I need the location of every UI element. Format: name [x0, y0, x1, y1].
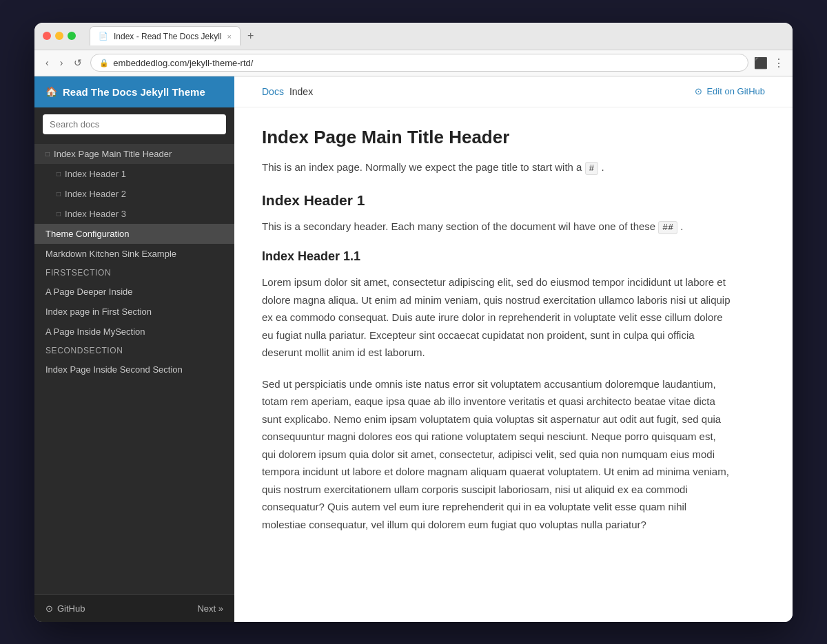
edit-github-label: Edit on GitHub [706, 86, 765, 96]
sidebar-subitem-label: Index Header 2 [65, 189, 126, 199]
sidebar-item-label: Index page in First Section [45, 307, 152, 317]
content-header: Docs Index ⊙ Edit on GitHub [234, 76, 793, 107]
browser-window: 📄 Index - Read The Docs Jekyll × + ‹ › ↺… [34, 23, 793, 622]
search-box [34, 107, 234, 141]
toolbar-icons: ⬛ ⋮ [754, 56, 784, 70]
intro-text-prefix: This is an index page. Normally we expec… [262, 161, 582, 173]
sidebar-header: 🏠 Read The Docs Jekyll Theme [34, 76, 234, 107]
home-icon: 🏠 [45, 86, 57, 97]
breadcrumb: Docs Index [262, 86, 313, 97]
section-label-second: SECONDSECTION [34, 342, 234, 360]
expand-icon: □ [57, 210, 61, 218]
sidebar-item-index-main[interactable]: □ Index Page Main Title Header [34, 144, 234, 164]
section-h2-title: Index Header 1 [262, 192, 731, 209]
intro-paragraph: This is an index page. Normally we expec… [262, 159, 731, 176]
breadcrumb-docs[interactable]: Docs [262, 86, 284, 97]
expand-icon: □ [57, 190, 61, 198]
sidebar-item-label: A Page Inside MySection [45, 326, 145, 337]
tab-label: Index - Read The Docs Jekyll [114, 32, 222, 41]
tab-favicon-icon: 📄 [99, 32, 108, 41]
url-text: embeddedlog.com/jekyll-theme-rtd/ [113, 58, 253, 68]
sidebar-item-label: Index Page Main Title Header [54, 149, 172, 159]
content-body: Index Page Main Title Header This is an … [234, 107, 758, 575]
section-desc: This is a secondary header. Each many se… [262, 218, 731, 236]
sidebar-item-label: A Page Deeper Inside [45, 287, 132, 297]
section-label-first: FIRSTSECTION [34, 264, 234, 282]
sidebar-subitem-label: Index Header 1 [65, 169, 126, 179]
sidebar-title: Read The Docs Jekyll Theme [63, 86, 205, 98]
forward-button[interactable]: › [57, 56, 66, 70]
sidebar-item-first-section[interactable]: Index page in First Section [34, 302, 234, 322]
edit-github-link[interactable]: ⊙ Edit on GitHub [695, 86, 765, 96]
tab-close-icon[interactable]: × [227, 32, 232, 41]
subsection-h3-title: Index Header 1.1 [262, 249, 731, 264]
body-paragraph-1: Lorem ipsum dolor sit amet, consectetur … [262, 273, 731, 362]
browser-tab[interactable]: 📄 Index - Read The Docs Jekyll × [90, 26, 241, 45]
sidebar-item-header3[interactable]: □ Index Header 3 [34, 204, 234, 224]
lock-icon: 🔒 [99, 59, 109, 67]
github-label: GitHub [57, 603, 85, 614]
sidebar-item-markdown[interactable]: Markdown Kitchen Sink Example [34, 244, 234, 264]
address-bar: ‹ › ↺ 🔒 embeddedlog.com/jekyll-theme-rtd… [34, 50, 793, 76]
github-link[interactable]: ⊙ GitHub [45, 603, 85, 614]
sidebar-item-label: Markdown Kitchen Sink Example [45, 249, 176, 259]
intro-text-suffix: . [602, 161, 604, 173]
next-link[interactable]: Next » [197, 603, 223, 614]
sidebar-item-second-section[interactable]: Index Page Inside Second Section [34, 360, 234, 380]
search-input[interactable] [43, 114, 226, 134]
tab-area: 📄 Index - Read The Docs Jekyll × + [90, 26, 258, 45]
h2-desc-code: ## [658, 221, 677, 234]
title-bar: 📄 Index - Read The Docs Jekyll × + [34, 23, 793, 50]
sidebar-subitem-label: Index Header 3 [65, 209, 126, 219]
close-button[interactable] [43, 32, 51, 40]
sidebar-item-header1[interactable]: □ Index Header 1 [34, 164, 234, 184]
github-icon: ⊙ [45, 603, 53, 614]
back-button[interactable]: ‹ [43, 56, 52, 70]
main-content: Docs Index ⊙ Edit on GitHub Index Page M… [234, 76, 793, 622]
maximize-button[interactable] [68, 32, 76, 40]
sidebar-item-header2[interactable]: □ Index Header 2 [34, 184, 234, 204]
browser-content: 🏠 Read The Docs Jekyll Theme □ Index Pag… [34, 76, 793, 622]
extensions-icon[interactable]: ⬛ [754, 56, 768, 70]
intro-code: # [585, 162, 599, 175]
breadcrumb-current: Index [289, 86, 313, 97]
sidebar-item-theme-config[interactable]: Theme Configuration [34, 224, 234, 244]
sidebar-item-mysection[interactable]: A Page Inside MySection [34, 322, 234, 342]
url-bar[interactable]: 🔒 embeddedlog.com/jekyll-theme-rtd/ [90, 54, 748, 72]
minimize-button[interactable] [55, 32, 63, 40]
body-paragraph-2: Sed ut perspiciatis unde omnis iste natu… [262, 375, 731, 534]
traffic-lights [43, 32, 76, 40]
h2-desc-prefix: This is a secondary header. Each many se… [262, 220, 655, 232]
sidebar-item-deeper[interactable]: A Page Deeper Inside [34, 282, 234, 302]
h2-desc-suffix: . [680, 220, 683, 232]
page-main-title: Index Page Main Title Header [262, 127, 731, 148]
expand-icon: □ [57, 170, 61, 178]
sidebar-item-label: Theme Configuration [45, 229, 129, 239]
sidebar: 🏠 Read The Docs Jekyll Theme □ Index Pag… [34, 76, 234, 622]
sidebar-nav: □ Index Page Main Title Header □ Index H… [34, 141, 234, 594]
menu-icon[interactable]: ⋮ [773, 56, 784, 70]
sidebar-footer: ⊙ GitHub Next » [34, 594, 234, 622]
new-tab-button[interactable]: + [243, 30, 258, 42]
reload-button[interactable]: ↺ [71, 56, 85, 70]
expand-icon: □ [45, 150, 50, 158]
github-icon: ⊙ [695, 86, 702, 96]
sidebar-item-label: Index Page Inside Second Section [45, 364, 183, 375]
